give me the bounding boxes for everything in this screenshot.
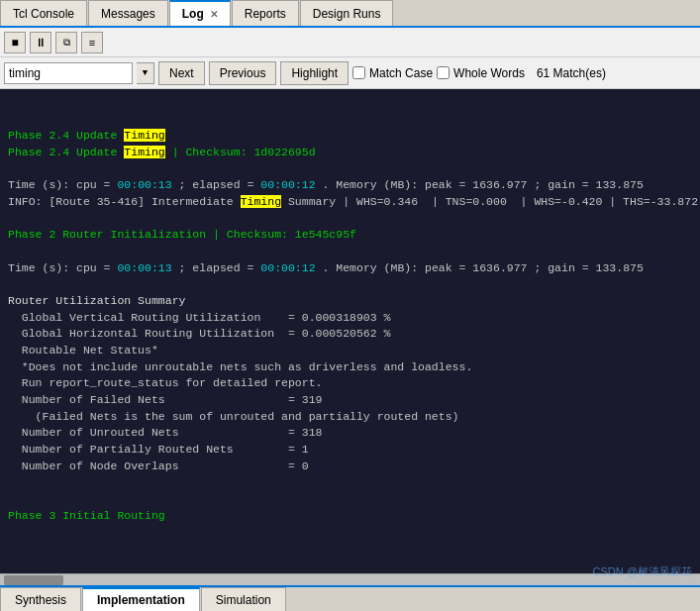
bottom-tab-bar: Synthesis Implementation Simulation	[0, 585, 700, 611]
tab-messages[interactable]: Messages	[88, 0, 168, 26]
toolbar-search: ▼ Next Previous Highlight Match Case Who…	[0, 57, 700, 89]
pause-button[interactable]: ⏸	[30, 32, 51, 53]
indent-button[interactable]: ≡	[81, 32, 103, 53]
horizontal-scrollbar[interactable]	[0, 573, 700, 585]
tab-reports-label: Reports	[245, 7, 286, 21]
bottom-tab-implementation[interactable]: Implementation	[82, 587, 200, 611]
tab-design-runs[interactable]: Design Runs	[300, 0, 394, 26]
log-line-5: Phase 2 Router Initialization | Checksum…	[8, 228, 356, 241]
copy-icon: ⧉	[63, 37, 70, 49]
whole-words-label: Whole Words	[453, 66, 525, 80]
match-count: 61 Match(es)	[537, 66, 606, 80]
tab-messages-label: Messages	[101, 7, 155, 21]
log-line-3: Time (s): cpu = 00:00:13 ; elapsed = 00:…	[8, 178, 644, 191]
bottom-tab-simulation[interactable]: Simulation	[201, 587, 286, 611]
next-label: Next	[169, 66, 194, 80]
match-case-group: Match Case	[352, 66, 433, 80]
whole-words-checkbox[interactable]	[437, 66, 450, 79]
log-line-9: Global Horizontal Routing Utilization = …	[8, 327, 390, 340]
log-line-7: Router Utilization Summary	[8, 294, 185, 307]
whole-words-group: Whole Words	[437, 66, 525, 80]
tab-design-runs-label: Design Runs	[313, 7, 381, 21]
log-line-14: (Failed Nets is the sum of unrouted and …	[8, 410, 458, 423]
tab-tcl-console-label: Tcl Console	[13, 7, 74, 21]
log-line-17: Number of Node Overlaps = 0	[8, 459, 309, 472]
tab-log[interactable]: Log ✕	[169, 0, 231, 26]
tab-reports[interactable]: Reports	[232, 0, 299, 26]
match-case-label: Match Case	[369, 66, 433, 80]
log-line-18: Phase 3 Initial Routing	[8, 509, 165, 522]
scrollbar-thumb[interactable]	[4, 575, 63, 585]
log-line-2: Phase 2.4 Update Timing | Checksum: 1d02…	[8, 146, 316, 158]
highlight-label: Highlight	[291, 66, 338, 80]
bottom-tab-implementation-label: Implementation	[97, 593, 185, 607]
stop-button[interactable]: ■	[4, 32, 26, 53]
bottom-tab-synthesis-label: Synthesis	[15, 593, 66, 607]
tab-bar: Tcl Console Messages Log ✕ Reports Desig…	[0, 0, 700, 28]
search-dropdown-button[interactable]: ▼	[137, 62, 154, 84]
previous-button[interactable]: Previous	[209, 61, 277, 85]
search-input[interactable]	[4, 62, 133, 84]
log-line-8: Global Vertical Routing Utilization = 0.…	[8, 311, 390, 324]
log-line-4: INFO: [Route 35-416] Intermediate Timing…	[8, 195, 700, 208]
previous-label: Previous	[220, 66, 266, 80]
tab-log-label: Log	[182, 7, 204, 21]
highlight-button[interactable]: Highlight	[280, 61, 349, 85]
log-content-area[interactable]: Phase 2.4 Update Timing Phase 2.4 Update…	[0, 89, 700, 573]
indent-icon: ≡	[89, 37, 95, 49]
next-button[interactable]: Next	[158, 61, 205, 85]
copy-button[interactable]: ⧉	[55, 32, 77, 53]
match-case-checkbox[interactable]	[352, 66, 365, 79]
bottom-tab-simulation-label: Simulation	[216, 593, 271, 607]
tab-log-close-icon[interactable]: ✕	[210, 9, 218, 20]
log-line-10: Routable Net Status*	[8, 344, 158, 356]
tab-tcl-console[interactable]: Tcl Console	[0, 0, 87, 26]
log-line-13: Number of Failed Nets = 319	[8, 393, 322, 406]
log-line-11: *Does not include unroutable nets such a…	[8, 360, 472, 373]
dropdown-arrow-icon: ▼	[143, 68, 148, 78]
toolbar-row1: ■ ⏸ ⧉ ≡	[0, 28, 700, 57]
bottom-tab-synthesis[interactable]: Synthesis	[0, 587, 81, 611]
log-line-15: Number of Unrouted Nets = 318	[8, 426, 322, 439]
log-line-12: Run report_route_status for detailed rep…	[8, 376, 322, 389]
log-line-16: Number of Partially Routed Nets = 1	[8, 443, 309, 456]
log-line-1: Phase 2.4 Update Timing	[8, 129, 165, 142]
log-line-6: Time (s): cpu = 00:00:13 ; elapsed = 00:…	[8, 261, 644, 274]
stop-icon: ■	[11, 36, 18, 50]
pause-icon: ⏸	[35, 36, 47, 50]
